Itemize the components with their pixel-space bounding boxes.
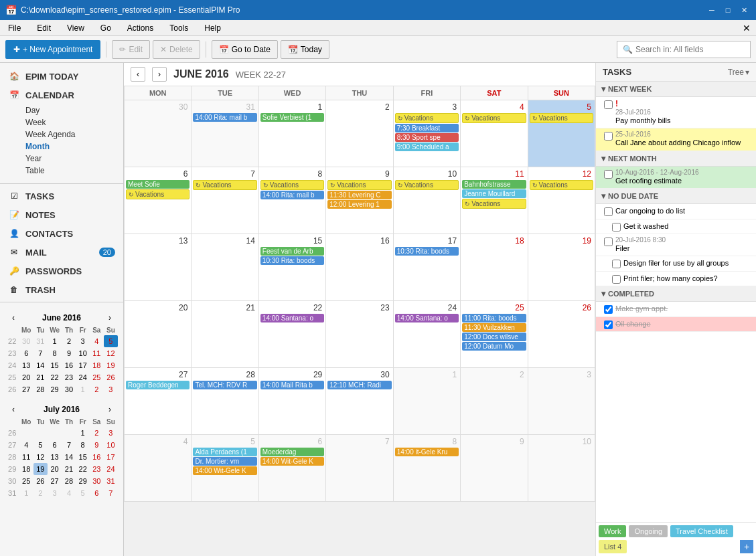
- calendar-event[interactable]: 7:30 Breakfast: [395, 124, 459, 132]
- mini-cal-next[interactable]: ›: [104, 403, 115, 415]
- mini-cal-prev[interactable]: ‹: [8, 403, 19, 415]
- mini-cal-day[interactable]: 1: [76, 383, 89, 395]
- task-tag-button[interactable]: Travel Checklist: [670, 525, 733, 537]
- mini-cal-day[interactable]: 25: [90, 371, 104, 383]
- calendar-event[interactable]: 9:00 Scheduled a: [395, 143, 459, 151]
- calendar-cell[interactable]: 15Feest van de Arb10:30 Rita: boods: [259, 234, 326, 301]
- calendar-cell[interactable]: 21: [192, 301, 258, 368]
- calendar-event[interactable]: Vacations: [462, 113, 526, 123]
- search-input[interactable]: [635, 45, 745, 54]
- sidebar-sub-year[interactable]: Year: [0, 153, 123, 165]
- task-item[interactable]: Design filer for use by all groups: [596, 256, 756, 271]
- add-task-tag-button[interactable]: +: [740, 540, 753, 553]
- calendar-event[interactable]: Meet Sofie: [126, 180, 190, 189]
- mini-cal-day[interactable]: 31: [104, 475, 118, 487]
- calendar-event[interactable]: Vacations: [530, 180, 593, 190]
- mini-cal-day[interactable]: 23: [62, 371, 76, 383]
- calendar-event[interactable]: 12:00 Levering 1: [327, 200, 391, 209]
- mini-cal-prev[interactable]: ‹: [8, 312, 19, 324]
- mini-cal-day[interactable]: 2: [62, 335, 76, 347]
- calendar-event[interactable]: 10:30 Rita: boods: [260, 256, 324, 265]
- mini-cal-day[interactable]: 8: [48, 347, 62, 359]
- mini-cal-day[interactable]: 17: [104, 451, 118, 463]
- calendar-cell[interactable]: 2: [461, 368, 528, 435]
- mini-cal-day[interactable]: 11: [90, 347, 104, 359]
- mini-cal-day[interactable]: 7: [62, 439, 76, 451]
- calendar-cell[interactable]: 3114:00 Rita: mail b: [192, 100, 258, 167]
- mini-cal-day[interactable]: 3: [76, 335, 89, 347]
- calendar-cell[interactable]: 7: [326, 435, 393, 502]
- mini-cal-day[interactable]: 13: [48, 451, 62, 463]
- mini-cal-day[interactable]: 5: [76, 487, 89, 499]
- task-checkbox[interactable]: [604, 170, 613, 179]
- mini-cal-day[interactable]: 20: [48, 463, 62, 475]
- mini-cal-day[interactable]: 26: [104, 371, 118, 383]
- menu-edit[interactable]: Edit: [34, 22, 54, 34]
- calendar-event[interactable]: Bahnhofstrasse: [462, 180, 526, 189]
- minimize-btn[interactable]: ─: [705, 4, 719, 16]
- calendar-event[interactable]: 12:00 Docs wilsve: [462, 333, 526, 341]
- mini-cal-day[interactable]: 6: [48, 439, 62, 451]
- calendar-cell[interactable]: 1Sofie Verbiest (1: [259, 100, 326, 167]
- calendar-cell[interactable]: 10: [528, 435, 595, 502]
- calendar-event[interactable]: Vacations: [462, 199, 526, 209]
- calendar-cell[interactable]: 14: [192, 234, 258, 301]
- task-tag-button[interactable]: Ongoing: [629, 525, 668, 537]
- calendar-event[interactable]: Vacations: [530, 113, 593, 123]
- mini-cal-day[interactable]: 13: [19, 359, 33, 371]
- mini-cal-day[interactable]: 2: [33, 487, 48, 499]
- calendar-cell[interactable]: 9Vacations11:30 Levering C12:00 Levering…: [326, 167, 393, 234]
- task-item[interactable]: Get it washed: [596, 219, 756, 234]
- task-checkbox[interactable]: [612, 223, 621, 231]
- mini-cal-day[interactable]: 27: [48, 475, 62, 487]
- mini-cal-day[interactable]: 3: [48, 487, 62, 499]
- calendar-event[interactable]: 11:30 Levering C: [327, 191, 391, 199]
- mini-cal-day[interactable]: 24: [76, 371, 89, 383]
- calendar-event[interactable]: 14:00 Mail Rita b: [260, 381, 324, 389]
- calendar-event[interactable]: 14:00 Santana: o: [395, 314, 459, 322]
- task-checkbox[interactable]: [612, 260, 621, 268]
- mini-cal-day[interactable]: 30: [90, 475, 104, 487]
- calendar-cell[interactable]: 6Meet SofieVacations: [125, 167, 192, 234]
- calendar-cell[interactable]: 2214:00 Santana: o: [259, 301, 326, 368]
- task-checkbox[interactable]: [612, 275, 621, 284]
- sidebar-item-tasks[interactable]: ☑ TASKS: [0, 187, 123, 205]
- calendar-event[interactable]: Feest van de Arb: [260, 247, 324, 256]
- mini-cal-day[interactable]: 19: [33, 463, 48, 475]
- calendar-cell[interactable]: 3012:10 MCH: Radi: [326, 368, 393, 435]
- mini-cal-day[interactable]: 29: [48, 383, 62, 395]
- mini-cal-day[interactable]: 7: [104, 487, 118, 499]
- task-item[interactable]: Make gym appt.: [596, 302, 756, 316]
- mini-cal-day[interactable]: 10: [76, 347, 89, 359]
- task-item[interactable]: !28-Jul-2016Pay monthly bills: [596, 97, 756, 128]
- mini-cal-day[interactable]: 20: [19, 371, 33, 383]
- calendar-cell[interactable]: 2914:00 Mail Rita b: [259, 368, 326, 435]
- calendar-event[interactable]: Alda Perdaens (1: [193, 448, 256, 456]
- mini-cal-day[interactable]: [19, 427, 33, 439]
- calendar-cell[interactable]: 18: [461, 234, 528, 301]
- mini-cal-day[interactable]: 29: [76, 475, 89, 487]
- mini-cal-day[interactable]: 4: [19, 439, 33, 451]
- calendar-event[interactable]: 14:00 Rita: mail b: [193, 113, 256, 122]
- mini-cal-day[interactable]: 14: [62, 451, 76, 463]
- calendar-event[interactable]: Vacations: [327, 180, 391, 190]
- mini-cal-day[interactable]: 4: [90, 335, 104, 347]
- calendar-cell[interactable]: 3Vacations7:30 Breakfast8:30 Sport spe9:…: [394, 100, 461, 167]
- calendar-cell[interactable]: 4Vacations: [461, 100, 528, 167]
- goto-date-button[interactable]: 📅 Go to Date: [212, 40, 278, 59]
- task-item[interactable]: Print filer; how many copies?: [596, 272, 756, 286]
- mini-cal-day[interactable]: 1: [48, 335, 62, 347]
- mini-cal-day[interactable]: 10: [104, 439, 118, 451]
- mini-cal-day[interactable]: 9: [90, 439, 104, 451]
- mini-cal-day[interactable]: 18: [19, 463, 33, 475]
- mini-cal-day[interactable]: 27: [19, 383, 33, 395]
- mini-cal-day[interactable]: 28: [62, 475, 76, 487]
- sidebar-item-contacts[interactable]: 👤 CONTACTS: [0, 224, 123, 243]
- prev-month-button[interactable]: ‹: [131, 67, 145, 82]
- sidebar-item-trash[interactable]: 🗑 TRASH: [0, 280, 123, 299]
- close-btn[interactable]: ✕: [737, 4, 751, 16]
- mini-cal-day[interactable]: 26: [33, 475, 48, 487]
- mini-cal-day[interactable]: 4: [62, 487, 76, 499]
- calendar-cell[interactable]: 5Vacations: [528, 100, 595, 167]
- calendar-cell[interactable]: 8Vacations14:00 Rita: mail b: [259, 167, 326, 234]
